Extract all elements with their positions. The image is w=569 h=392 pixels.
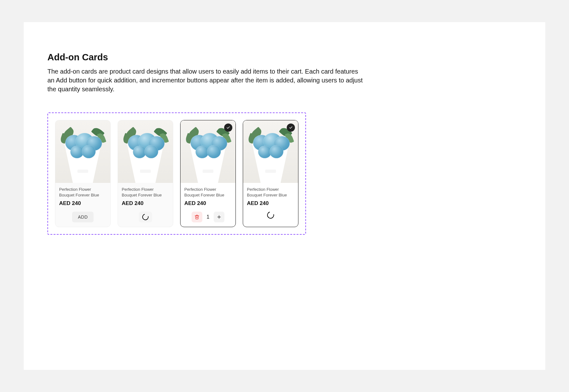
remove-button[interactable] xyxy=(192,212,202,222)
addon-card-group: Perfection Flower Bouquet Forever Blue A… xyxy=(47,112,306,235)
product-name: Perfection Flower Bouquet Forever Blue xyxy=(122,187,169,198)
trash-icon xyxy=(194,214,199,220)
add-button[interactable]: ADD xyxy=(72,212,93,222)
selected-badge xyxy=(224,124,232,132)
spinner-icon xyxy=(266,210,275,220)
section-heading: Add-on Cards xyxy=(47,52,522,63)
section-description: The add-on cards are product card design… xyxy=(47,67,367,93)
product-name: Perfection Flower Bouquet Forever Blue xyxy=(247,187,294,198)
addon-card: Perfection Flower Bouquet Forever Blue A… xyxy=(55,120,111,227)
addon-card-selected: Perfection Flower Bouquet Forever Blue A… xyxy=(243,120,298,227)
increment-button[interactable] xyxy=(214,212,224,222)
product-image xyxy=(180,120,236,183)
product-image xyxy=(243,120,298,183)
content-panel: Add-on Cards The add-on cards are produc… xyxy=(24,22,545,370)
product-price: AED 240 xyxy=(122,200,169,207)
selected-badge xyxy=(287,124,295,132)
product-price: AED 240 xyxy=(247,200,294,207)
product-name: Perfection Flower Bouquet Forever Blue xyxy=(184,187,232,198)
quantity-value: 1 xyxy=(205,214,211,220)
spinner-icon xyxy=(141,213,150,221)
product-name: Perfection Flower Bouquet Forever Blue xyxy=(59,187,107,198)
product-price: AED 240 xyxy=(184,200,232,207)
plus-icon xyxy=(217,214,222,220)
check-icon xyxy=(226,126,230,130)
check-icon xyxy=(289,126,293,130)
addon-card-selected: Perfection Flower Bouquet Forever Blue A… xyxy=(180,120,236,227)
addon-card: Perfection Flower Bouquet Forever Blue A… xyxy=(118,120,173,227)
loading-spinner xyxy=(139,212,152,222)
product-price: AED 240 xyxy=(59,200,107,207)
product-image xyxy=(55,120,110,183)
product-image xyxy=(118,120,173,183)
